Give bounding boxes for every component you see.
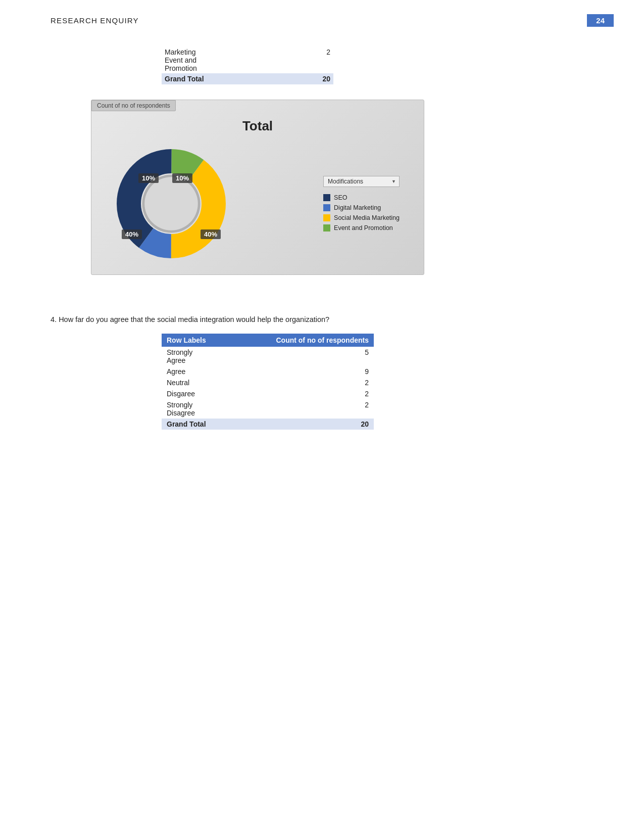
question-body: How far do you agree that the social med… bbox=[59, 315, 329, 323]
table-row: StronglyAgree 5 bbox=[162, 347, 374, 366]
legend-dropdown[interactable]: Modifications bbox=[323, 176, 400, 187]
table-row: Agree 9 bbox=[162, 366, 374, 377]
legend-label-event: Event and Promotion bbox=[334, 224, 393, 231]
grand-total-row: Grand Total 20 bbox=[162, 73, 333, 84]
pct-label-seo: 40% bbox=[201, 229, 221, 239]
legend-item-seo: SEO bbox=[323, 194, 400, 201]
data-table-wrap: Row Labels Count of no of respondents St… bbox=[162, 334, 374, 430]
grand-total-label: Grand Total bbox=[162, 419, 230, 430]
chart-label-tag: Count of no of respondents bbox=[91, 100, 176, 111]
row-value: 5 bbox=[230, 347, 374, 366]
legend-label-social: Social Media Marketing bbox=[334, 214, 400, 221]
question-text: 4. How far do you agree that the social … bbox=[51, 315, 593, 323]
row-label: StronglyDisagree bbox=[162, 399, 230, 419]
legend-label-digital: Digital Marketing bbox=[334, 204, 381, 211]
legend-swatch-digital bbox=[323, 204, 330, 211]
row-label: MarketingEvent andPromotion bbox=[162, 47, 284, 73]
pct-label-digital-top: 10% bbox=[172, 173, 192, 183]
legend-swatch-social bbox=[323, 214, 330, 221]
table-row: StronglyDisagree 2 bbox=[162, 399, 374, 419]
page-number: 24 bbox=[587, 14, 614, 27]
row-label: Disgaree bbox=[162, 388, 230, 399]
row-value: 2 bbox=[284, 47, 333, 73]
row-value: 2 bbox=[230, 388, 374, 399]
data-table: Row Labels Count of no of respondents St… bbox=[162, 334, 374, 430]
main-content: MarketingEvent andPromotion 2 Grand Tota… bbox=[0, 32, 644, 440]
legend-swatch-seo bbox=[323, 194, 330, 201]
legend-item-digital: Digital Marketing bbox=[323, 204, 400, 211]
grand-total-label: Grand Total bbox=[162, 73, 284, 84]
col1-header: Row Labels bbox=[162, 334, 230, 347]
chart-title: Total bbox=[101, 118, 415, 134]
grand-total-value: 20 bbox=[284, 73, 333, 84]
donut-chart: 10% 10% 40% 40% bbox=[111, 143, 232, 264]
table-header-row: Row Labels Count of no of respondents bbox=[162, 334, 374, 347]
question-section: 4. How far do you agree that the social … bbox=[51, 315, 593, 430]
summary-table: MarketingEvent andPromotion 2 Grand Tota… bbox=[162, 47, 333, 84]
question-number: 4. bbox=[51, 315, 57, 323]
table-row: MarketingEvent andPromotion 2 bbox=[162, 47, 333, 73]
grand-total-row: Grand Total 20 bbox=[162, 419, 374, 430]
legend-label-seo: SEO bbox=[334, 194, 347, 201]
table-row: Neutral 2 bbox=[162, 377, 374, 388]
page-header: RESEARCH ENQUIRY 24 bbox=[0, 0, 644, 32]
donut-svg bbox=[111, 143, 232, 264]
grand-total-value: 20 bbox=[230, 419, 374, 430]
row-value: 9 bbox=[230, 366, 374, 377]
donut-hole-inner bbox=[144, 177, 198, 230]
chart-body: 10% 10% 40% 40% Modifications SEO Digita… bbox=[101, 143, 415, 264]
pct-label-social: 40% bbox=[122, 229, 142, 239]
chart-container: Count of no of respondents Total bbox=[91, 100, 424, 275]
table-row: Disgaree 2 bbox=[162, 388, 374, 399]
legend-swatch-event bbox=[323, 224, 330, 231]
page-title: RESEARCH ENQUIRY bbox=[51, 16, 139, 25]
row-value: 2 bbox=[230, 399, 374, 419]
row-value: 2 bbox=[230, 377, 374, 388]
col2-header: Count of no of respondents bbox=[230, 334, 374, 347]
chart-legend: Modifications SEO Digital Marketing Soci… bbox=[323, 176, 400, 231]
row-label: Neutral bbox=[162, 377, 230, 388]
row-label: Agree bbox=[162, 366, 230, 377]
pct-label-social-top: 10% bbox=[138, 173, 159, 183]
legend-item-social: Social Media Marketing bbox=[323, 214, 400, 221]
row-label: StronglyAgree bbox=[162, 347, 230, 366]
legend-item-event: Event and Promotion bbox=[323, 224, 400, 231]
